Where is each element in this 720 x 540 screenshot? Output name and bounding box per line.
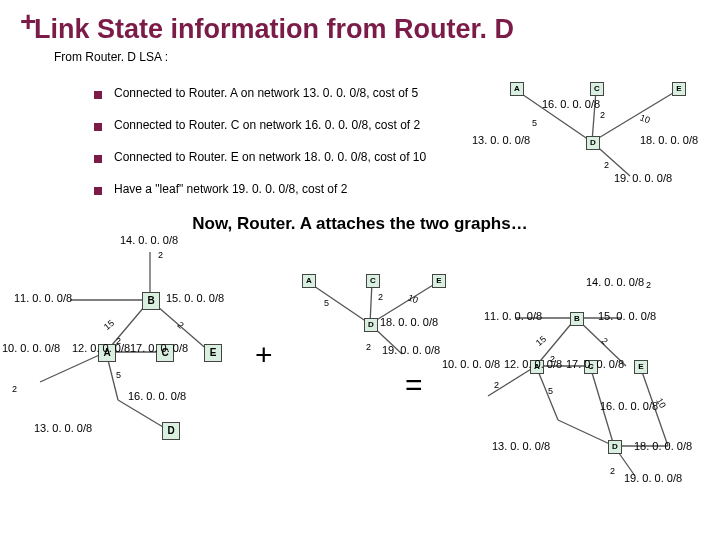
merged-graph: B A C E D 14. 0. 0. 0/8 2 11. 0. 0. 0/8 … [470, 280, 714, 494]
node-d2: D [364, 318, 378, 332]
lsa-bullet-3: Connected to Router. E on network 18. 0.… [94, 150, 426, 164]
net-12-label: 12. 0. 0. 0/8 [72, 342, 130, 354]
svg-line-22 [536, 366, 558, 420]
r-net-18: 18. 0. 0. 0/8 [634, 440, 692, 452]
net-18-label-b: 18. 0. 0. 0/8 [380, 316, 438, 328]
net-18-label: 18. 0. 0. 0/8 [640, 134, 698, 146]
node-d: D [586, 136, 600, 150]
net-11-label: 11. 0. 0. 0/8 [14, 292, 72, 304]
node-e2: E [432, 274, 446, 288]
r-cost-10leaf: 2 [494, 380, 499, 390]
r-net-19: 19. 0. 0. 0/8 [624, 472, 682, 484]
node-a2: A [302, 274, 316, 288]
cost-10leaf: 2 [12, 384, 17, 394]
node-d: D [162, 422, 180, 440]
lsa-source-label: From Router. D LSA : [54, 50, 168, 64]
net-10-label: 10. 0. 0. 0/8 [2, 342, 60, 354]
cost-2d: 2 [366, 342, 371, 352]
node-e: E [672, 82, 686, 96]
r-net-15: 15. 0. 0. 0/8 [598, 310, 656, 322]
svg-line-23 [558, 420, 614, 446]
r-cost-5: 5 [548, 386, 553, 396]
svg-line-11 [118, 400, 168, 430]
svg-line-8 [40, 352, 106, 382]
node-b: B [142, 292, 160, 310]
net-16-label-b: 16. 0. 0. 0/8 [128, 390, 186, 402]
net-15-label: 15. 0. 0. 0/8 [166, 292, 224, 304]
r-cost-2leaf: 2 [610, 466, 615, 476]
r-net-16: 16. 0. 0. 0/8 [600, 400, 658, 412]
page-title: Link State information from Router. D [34, 14, 514, 45]
router-a-known-graph: B A C E D 14. 0. 0. 0/8 2 11. 0. 0. 0/8 … [6, 234, 266, 454]
node-c2: C [366, 274, 380, 288]
r-net-13: 13. 0. 0. 0/8 [492, 440, 550, 452]
net-17-label: 17. 0. 0. 0/8 [130, 342, 188, 354]
plus-operator: + [255, 338, 273, 372]
r-net-11: 11. 0. 0. 0/8 [484, 310, 542, 322]
net-13-label-b: 13. 0. 0. 0/8 [34, 422, 92, 434]
cost-2c: 2 [378, 292, 383, 302]
node-a: A [510, 82, 524, 96]
r-cost-14: 2 [646, 280, 651, 290]
equals-operator: = [405, 368, 423, 402]
lsa-bullet-list: Connected to Router. A on network 13. 0.… [54, 86, 426, 214]
node-c: C [590, 82, 604, 96]
svg-line-12 [308, 282, 370, 324]
node-d3: D [608, 440, 622, 454]
cost-12: 2 [116, 336, 121, 346]
cost-5: 5 [116, 370, 121, 380]
r-net-14: 14. 0. 0. 0/8 [586, 276, 644, 288]
lsa-bullet-1: Connected to Router. A on network 13. 0.… [94, 86, 426, 100]
net-19-label: 19. 0. 0. 0/8 [614, 172, 672, 184]
r-cost-12: 2 [550, 354, 555, 364]
node-b3: B [570, 312, 584, 326]
lsa-bullet-4: Have a "leaf" network 19. 0. 0. 0/8, cos… [94, 182, 426, 196]
edge-cost-2b: 2 [604, 160, 609, 170]
edge-cost-5: 5 [532, 118, 537, 128]
router-d-lsa-graph: A C E D 5 2 10 2 18. 0. 0. 0/8 19. 0. 0.… [282, 264, 482, 424]
r-net-10: 10. 0. 0. 0/8 [442, 358, 500, 370]
now-caption: Now, Router. A attaches the two graphs… [0, 214, 720, 234]
cost-14: 2 [158, 250, 163, 260]
net-13-label: 13. 0. 0. 0/8 [472, 134, 530, 146]
r-net-17: 17. 0. 0. 0/8 [566, 358, 624, 370]
node-e3: E [634, 360, 648, 374]
node-e: E [204, 344, 222, 362]
net-14-label: 14. 0. 0. 0/8 [120, 234, 178, 246]
router-d-lsa-mini-graph: A C E D 5 2 10 2 16. 0. 0. 0/8 13. 0. 0.… [480, 76, 710, 206]
net-19-label-b: 19. 0. 0. 0/8 [382, 344, 440, 356]
edge-cost-2: 2 [600, 110, 605, 120]
net-16-label: 16. 0. 0. 0/8 [542, 98, 600, 110]
lsa-bullet-2: Connected to Router. C on network 16. 0.… [94, 118, 426, 132]
cost-5b: 5 [324, 298, 329, 308]
